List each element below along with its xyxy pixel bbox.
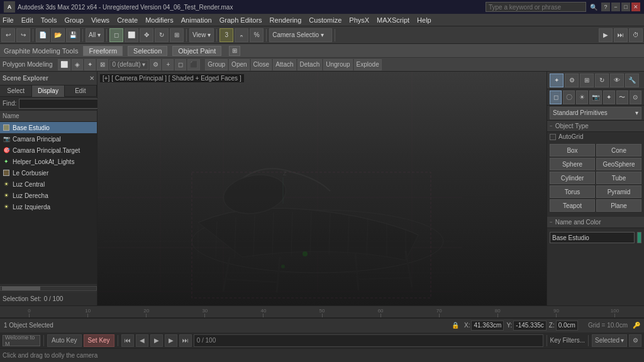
list-item[interactable]: ☀ Luz Central (0, 178, 97, 190)
layer-icon4[interactable]: ⬛ (187, 59, 200, 70)
menu-modifiers[interactable]: Modifiers (145, 16, 174, 24)
pyramid-button[interactable]: Pyramid (596, 185, 641, 198)
filter-dropdown[interactable]: All ▾ (86, 28, 104, 42)
collapse-icon[interactable]: − (550, 123, 553, 129)
graphite-tab-objectpaint[interactable]: Object Paint (172, 46, 221, 56)
cone-button[interactable]: Cone (596, 144, 641, 156)
layer-dropdown[interactable]: 0 (default) ▾ (109, 60, 149, 70)
minimize-button[interactable]: − (611, 3, 620, 11)
color-swatch[interactable] (637, 232, 641, 243)
timeline-ruler[interactable]: 0 10 20 30 40 50 60 70 80 90 100 (0, 305, 644, 318)
help-button[interactable]: ? (601, 3, 610, 11)
menu-animation[interactable]: Animation (181, 16, 212, 24)
menu-tools[interactable]: Tools (41, 16, 57, 24)
modify-icon[interactable]: ⚙ (565, 74, 579, 87)
systems-icon[interactable]: ⊙ (630, 90, 641, 104)
primitives-dropdown[interactable]: Standard Primitives ▾ (550, 107, 641, 119)
plane-button[interactable]: Plane (596, 199, 641, 212)
mode-dropdown[interactable]: Selected ▾ (592, 334, 627, 347)
rotate-button[interactable]: ↻ (155, 28, 169, 42)
tube-button[interactable]: Tube (596, 172, 641, 184)
find-input[interactable] (19, 99, 103, 109)
named-selection-dropdown[interactable]: Camera Selectio ▾ (269, 28, 332, 42)
tab-display[interactable]: Display (32, 85, 64, 97)
sub-icon4[interactable]: ⊠ (97, 59, 108, 70)
skip-end-button[interactable]: ⏭ (179, 334, 192, 347)
frame-counter[interactable]: 0 / 100 (194, 334, 543, 347)
save-button[interactable]: 💾 (66, 28, 80, 42)
torus-button[interactable]: Torus (550, 185, 595, 198)
cylinder-button[interactable]: Cylinder (550, 172, 595, 184)
autogrid-checkbox[interactable] (550, 134, 556, 140)
new-scene-button[interactable]: 📄 (36, 28, 50, 42)
sub-open-btn[interactable]: Open (229, 59, 249, 70)
menu-physx[interactable]: PhysX (349, 16, 369, 24)
viewport[interactable]: [+] [ Camera Principal ] [ Shaded + Edge… (97, 72, 547, 305)
anim-settings-button[interactable]: ⚙ (629, 334, 641, 347)
setkey-button[interactable]: Set Key (84, 334, 114, 347)
tab-edit[interactable]: Edit (65, 85, 97, 97)
select-region-button[interactable]: ⬜ (125, 28, 138, 42)
menu-rendering[interactable]: Rendering (270, 16, 302, 24)
display-icon[interactable]: 👁 (610, 74, 624, 87)
close-button[interactable]: ✕ (631, 3, 640, 11)
bottom-scroll[interactable] (0, 284, 97, 292)
sub-ungroup-btn[interactable]: Ungroup (323, 59, 352, 70)
list-item[interactable]: ✦ Helper_LookAt_Lights (0, 156, 97, 167)
move-button[interactable]: ✥ (140, 28, 153, 42)
graphite-tab-freeform[interactable]: Freeform (83, 46, 123, 56)
layer-icon2[interactable]: + (162, 59, 174, 70)
h-scrollbar[interactable] (0, 286, 97, 291)
scale-button[interactable]: ⊞ (170, 28, 184, 42)
play-button[interactable]: ▶ (150, 334, 163, 347)
time-config-button[interactable]: ⏱ (629, 28, 643, 42)
play-anim-button[interactable]: ▶ (599, 28, 613, 42)
render-setup-button[interactable]: ₙ (235, 28, 248, 42)
create-icon[interactable]: ✦ (550, 74, 564, 87)
teapot-button[interactable]: Teapot (550, 199, 595, 212)
helpers-icon[interactable]: ✦ (603, 90, 615, 104)
menu-maxscript[interactable]: MAXScript (377, 16, 409, 24)
lights-icon[interactable]: ☀ (576, 90, 588, 104)
menu-graph-editors[interactable]: Graph Editors (219, 16, 262, 24)
shapes-icon[interactable]: 〇 (563, 90, 575, 104)
list-item[interactable]: Le Corbusier (0, 167, 97, 178)
anim-end-button[interactable]: ⏭ (614, 28, 628, 42)
list-item[interactable]: Base Estudio (0, 122, 97, 133)
layer-icon3[interactable]: ◻ (175, 59, 186, 70)
sub-close-btn[interactable]: Close (251, 59, 272, 70)
spacewarps-icon[interactable]: 〜 (616, 90, 628, 104)
list-item[interactable]: 🎯 Camara Principal.Target (0, 145, 97, 156)
skip-start-button[interactable]: ⏮ (121, 334, 134, 347)
sub-icon1[interactable]: ⬜ (58, 59, 70, 70)
redo-button[interactable]: ↪ (16, 28, 30, 42)
sub-attach-btn[interactable]: Attach (273, 59, 296, 70)
menu-customize[interactable]: Customize (309, 16, 341, 24)
sub-explode-btn[interactable]: Explode (354, 59, 382, 70)
prev-frame-button[interactable]: ◀ (136, 334, 148, 347)
menu-file[interactable]: File (3, 16, 14, 24)
list-item[interactable]: ☀ Luz Derecha (0, 190, 97, 201)
hierarchy-icon[interactable]: ⊞ (580, 74, 594, 87)
search-input[interactable] (486, 2, 586, 12)
name-collapse-icon[interactable]: − (550, 219, 553, 225)
graphite-tab-selection[interactable]: Selection (128, 46, 167, 56)
geosphere-button[interactable]: GeoSphere (596, 158, 641, 170)
object-name-input[interactable] (550, 232, 635, 243)
percent-button[interactable]: % (250, 28, 264, 42)
scene-explorer-close[interactable]: ✕ (89, 75, 94, 82)
layer-icon1[interactable]: ⚙ (150, 59, 161, 70)
menu-views[interactable]: Views (91, 16, 109, 24)
tab-select[interactable]: Select (0, 85, 32, 97)
sub-icon3[interactable]: ✦ (84, 59, 96, 70)
next-frame-button[interactable]: ▶ (165, 334, 177, 347)
select-button[interactable]: ◻ (109, 28, 123, 42)
menu-edit[interactable]: Edit (21, 16, 33, 24)
list-item[interactable]: ☀ Luz Izquierda (0, 201, 97, 212)
menu-group[interactable]: Group (64, 16, 84, 24)
render-button[interactable]: 3 (219, 28, 233, 42)
object-list[interactable]: Base Estudio 📷 Camara Principal 🎯 Camara… (0, 122, 97, 284)
sub-group-btn[interactable]: Group (205, 59, 228, 70)
open-button[interactable]: 📂 (51, 28, 65, 42)
autokey-button[interactable]: Auto Key (47, 334, 82, 347)
